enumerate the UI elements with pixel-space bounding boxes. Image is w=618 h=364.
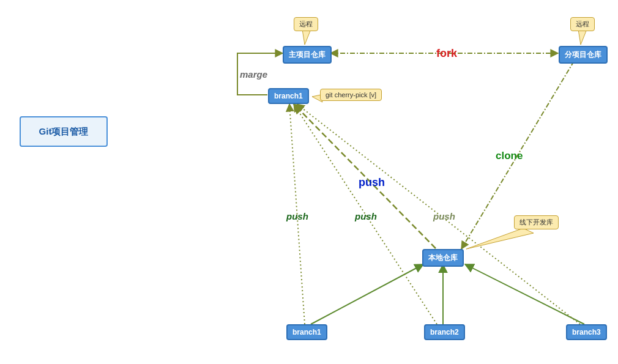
node-branch1-top: branch1	[268, 88, 309, 104]
label-clone: clone	[496, 150, 523, 162]
callout-tail-remote1	[302, 29, 311, 45]
edge-local-b3	[465, 264, 584, 324]
title-text: Git项目管理	[39, 126, 89, 138]
node-branch2-bottom: branch2	[424, 324, 465, 340]
label-push3: push	[433, 211, 455, 221]
callout-remote1: 远程	[294, 17, 318, 31]
node-sub-repo: 分项目仓库	[559, 46, 608, 64]
callout-cherry-pick: git cherry-pick [v]	[320, 89, 382, 101]
label-push2: push	[355, 211, 377, 221]
callout-remote2: 远程	[570, 17, 595, 31]
node-local-repo: 本地仓库	[422, 249, 464, 267]
label-push-main: push	[359, 176, 385, 189]
node-main-repo: 主项目仓库	[283, 46, 332, 64]
edge-local-b1	[311, 264, 423, 324]
label-fork: fork	[436, 47, 457, 60]
title-box: Git项目管理	[20, 116, 108, 147]
node-branch3-bottom: branch3	[566, 324, 607, 340]
node-branch1-bottom: branch1	[286, 324, 327, 340]
label-push1: push	[286, 211, 308, 221]
callout-tail-offline	[466, 228, 534, 249]
callout-tail-remote2	[578, 29, 587, 45]
callout-offline-dev: 线下开发库	[514, 215, 559, 229]
label-marge: marge	[240, 69, 267, 80]
